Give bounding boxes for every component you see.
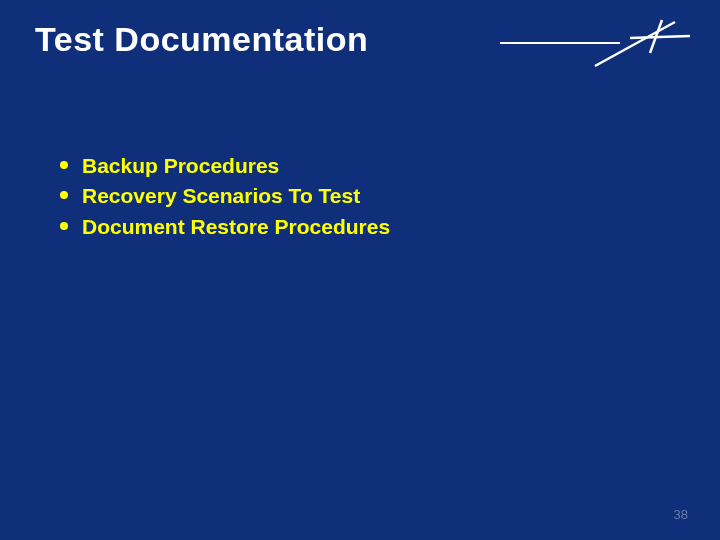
svg-line-3: [630, 36, 690, 38]
slide: Test Documentation Backup Procedures Rec…: [0, 0, 720, 540]
list-item: Document Restore Procedures: [60, 213, 660, 241]
bullet-text: Recovery Scenarios To Test: [82, 182, 360, 210]
page-number: 38: [674, 507, 688, 522]
slide-title: Test Documentation: [35, 20, 368, 59]
bullet-icon: [60, 191, 68, 199]
list-item: Backup Procedures: [60, 152, 660, 180]
bullet-text: Document Restore Procedures: [82, 213, 390, 241]
bullet-icon: [60, 222, 68, 230]
bullet-list: Backup Procedures Recovery Scenarios To …: [60, 152, 660, 243]
bullet-icon: [60, 161, 68, 169]
bullet-text: Backup Procedures: [82, 152, 279, 180]
list-item: Recovery Scenarios To Test: [60, 182, 660, 210]
logo-icon: [500, 18, 690, 68]
